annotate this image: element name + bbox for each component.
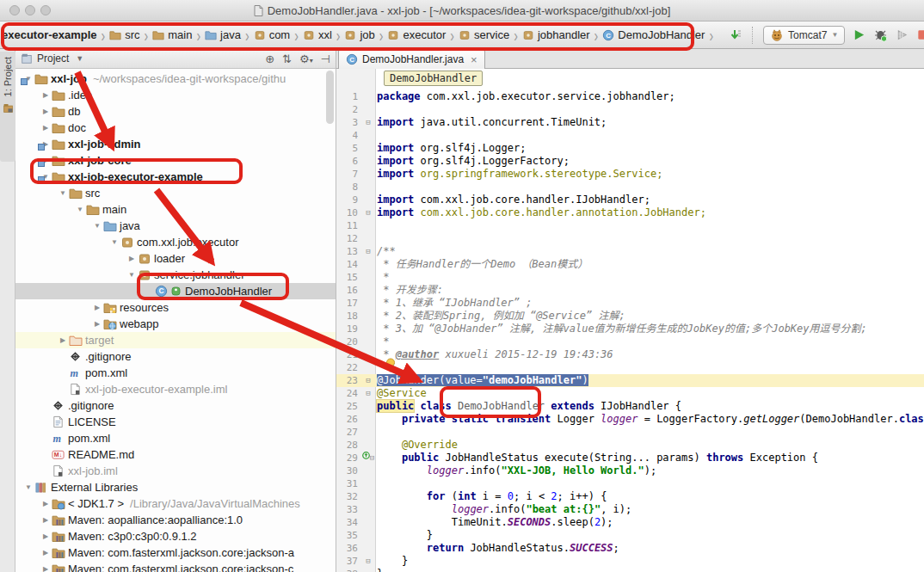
line-number: 31	[336, 477, 360, 490]
collapsed-arrow-icon[interactable]: ▶	[40, 565, 52, 572]
code-line-18: 18 * 2、装配到Spring, 例如加 “@Service” 注解;	[336, 310, 924, 323]
tree-item-target[interactable]: ▶target	[15, 332, 336, 348]
run-button[interactable]	[853, 28, 865, 41]
module-folder-icon	[34, 72, 50, 86]
tree-item-xxl-job[interactable]: ▼xxl-job~/workspaces/idea-git-workspace/…	[15, 71, 336, 87]
breadcrumb-item-xxl[interactable]: xxl	[303, 28, 332, 41]
expanded-arrow-icon[interactable]: ▼	[57, 189, 69, 197]
tree-item-main[interactable]: ▼main	[15, 201, 336, 218]
collapsed-arrow-icon[interactable]: ▶	[57, 336, 69, 344]
tree-item-com-xxl-job-executor[interactable]: ▼com.xxl.job.executor	[15, 234, 336, 250]
tree-item-resources[interactable]: ▶resources	[15, 299, 336, 316]
project-tool-window-button[interactable]: 1: Project	[0, 52, 15, 162]
tree-item-java[interactable]: ▼java	[15, 218, 336, 234]
collapsed-arrow-icon[interactable]: ▶	[40, 108, 52, 115]
code-editor[interactable]: DemoJobHandler 1package com.xxl.job.exec…	[336, 69, 924, 572]
breadcrumb-item-demojobhandler[interactable]: CDemoJobHandler	[602, 28, 705, 41]
fold-marker-icon: ⊟	[360, 387, 377, 400]
breadcrumb-item-jobhandler[interactable]: jobhandler	[522, 28, 590, 41]
collapse-all-icon[interactable]: ⇅	[282, 52, 292, 65]
module-folder-icon	[52, 154, 67, 168]
collapsed-arrow-icon[interactable]: ▶	[40, 549, 52, 557]
hide-panel-icon[interactable]: ⊣	[321, 52, 330, 65]
expanded-arrow-icon[interactable]: ▼	[22, 483, 34, 491]
breadcrumb-item-src[interactable]: src	[109, 28, 139, 41]
close-window-icon[interactable]	[9, 5, 20, 15]
tree-item-gitignore[interactable]: .gitignore	[15, 397, 336, 414]
tree-item-db[interactable]: ▶db	[15, 103, 336, 120]
stop-button[interactable]	[916, 28, 924, 41]
tree-item-license[interactable]: LICENSE	[15, 414, 336, 430]
tree-item-idea[interactable]: ▶.idea	[15, 87, 336, 103]
tree-item-maven-com-fasterxml-jackson-core-jackson-c[interactable]: ▶Maven: com.fasterxml.jackson.core:jacks…	[15, 561, 336, 572]
tree-item-xxl-job-executor-example-iml[interactable]: xxl-job-executor-example.iml	[15, 381, 336, 397]
collapsed-arrow-icon[interactable]: ▶	[40, 532, 52, 540]
expanded-arrow-icon[interactable]: ▼	[91, 222, 103, 230]
zoom-window-icon[interactable]	[40, 5, 51, 15]
tree-item-pom-xml[interactable]: mpom.xml	[15, 365, 336, 381]
tree-item-gitignore[interactable]: .gitignore	[15, 348, 336, 365]
scroll-to-source-icon[interactable]	[728, 28, 742, 42]
tree-item-xxl-job-executor-example[interactable]: ▼xxl-job-executor-example	[15, 169, 336, 185]
breadcrumb-separator-icon: ›	[294, 25, 299, 44]
tree-item-service-jobhandler[interactable]: ▼service.jobhandler	[15, 267, 336, 283]
fold-marker-icon: ⊟	[360, 206, 377, 219]
breadcrumb-item-executor[interactable]: executor	[387, 28, 446, 41]
code-line-14: 14 * 任务Handler的一个Demo （Bean模式）	[336, 258, 924, 271]
line-number: 14	[336, 258, 360, 271]
tree-item-pom-xml[interactable]: mpom.xml	[15, 430, 336, 446]
breadcrumb-item-job[interactable]: job	[344, 28, 374, 41]
tree-item-label: webapp	[120, 317, 159, 330]
tree-item-maven-com-fasterxml-jackson-core-jackson-a[interactable]: ▶Maven: com.fasterxml.jackson.core:jacks…	[15, 544, 336, 561]
project-tree-scrollbar[interactable]	[326, 71, 334, 124]
expanded-arrow-icon[interactable]: ▼	[74, 206, 86, 213]
line-number: 2	[336, 103, 360, 116]
breadcrumb-separator-icon: ›	[709, 25, 713, 44]
breadcrumb-item-main[interactable]: main	[152, 28, 192, 41]
tree-item-src[interactable]: ▼src	[15, 185, 336, 201]
collapsed-arrow-icon[interactable]: ▶	[91, 304, 103, 311]
minimize-window-icon[interactable]	[25, 5, 35, 15]
tab-demojobhandler[interactable]: C DemoJobHandler.java ×	[338, 49, 485, 69]
tree-item-readme-md[interactable]: M↓README.md	[15, 446, 336, 463]
tree-item-demojobhandler[interactable]: CDemoJobHandler	[15, 283, 336, 299]
breadcrumb-item-com[interactable]: com	[254, 28, 291, 41]
breadcrumb-label: DemoJobHandler	[618, 28, 705, 41]
chevron-down-icon[interactable]: ▼	[76, 54, 83, 63]
locate-file-icon[interactable]: ⊕	[265, 52, 274, 65]
iml-icon	[69, 383, 84, 396]
tree-item-xxl-job-core[interactable]: ▶xxl-job-core	[15, 152, 336, 169]
tree-item-jdk1-7[interactable]: ▶< JDK1.7 >/Library/Java/JavaVirtualMach…	[15, 495, 336, 512]
tree-item-xxl-job-admin[interactable]: ▶xxl-job-admin	[15, 136, 336, 152]
debug-button[interactable]	[873, 28, 888, 42]
tree-item-external-libraries[interactable]: ▼External Libraries	[15, 479, 336, 495]
tree-item-webapp[interactable]: ▶webapp	[15, 316, 336, 332]
project-panel-header[interactable]: Project ▼ ⊕ ⇅ ⚙▾ ⊣	[15, 49, 336, 69]
line-number: 25	[336, 400, 360, 413]
collapsed-arrow-icon[interactable]: ▶	[40, 500, 52, 507]
textfile-icon	[52, 415, 67, 428]
breadcrumb-item-service[interactable]: service	[459, 28, 509, 41]
breadcrumb-item-executor-example[interactable]: executor-example	[2, 28, 97, 41]
collapsed-arrow-icon[interactable]: ▶	[40, 516, 52, 524]
tree-item-xxl-job-iml[interactable]: xxl-job.iml	[15, 463, 336, 479]
collapsed-arrow-icon[interactable]: ▶	[40, 124, 52, 132]
collapsed-arrow-icon[interactable]: ▶	[126, 255, 138, 262]
expanded-arrow-icon[interactable]: ▼	[126, 271, 138, 279]
code-line-9: 9import com.xxl.job.core.handler.IJobHan…	[336, 194, 924, 206]
coverage-button[interactable]	[896, 28, 909, 41]
collapsed-arrow-icon[interactable]: ▶	[40, 91, 52, 99]
run-configuration-select[interactable]: Tomcat7 ▼	[763, 26, 845, 45]
tree-item-doc[interactable]: ▶doc	[15, 120, 336, 136]
tree-item-maven-c3p0-c3p0-0-9-1-2[interactable]: ▶Maven: c3p0:c3p0:0.9.1.2	[15, 528, 336, 544]
coverage-icon	[896, 28, 909, 41]
settings-gear-icon[interactable]: ⚙▾	[299, 52, 313, 65]
chevron-down-icon: ▼	[831, 31, 838, 39]
close-tab-icon[interactable]: ×	[471, 53, 477, 66]
tree-item-loader[interactable]: ▶loader	[15, 250, 336, 267]
intention-bulb-icon[interactable]	[385, 358, 396, 373]
tree-item-maven-aopalliance-aopalliance-1-0[interactable]: ▶Maven: aopalliance:aopalliance:1.0	[15, 512, 336, 528]
collapsed-arrow-icon[interactable]: ▶	[91, 320, 103, 328]
breadcrumb-item-java[interactable]: java	[205, 28, 241, 41]
expanded-arrow-icon[interactable]: ▼	[108, 238, 120, 246]
